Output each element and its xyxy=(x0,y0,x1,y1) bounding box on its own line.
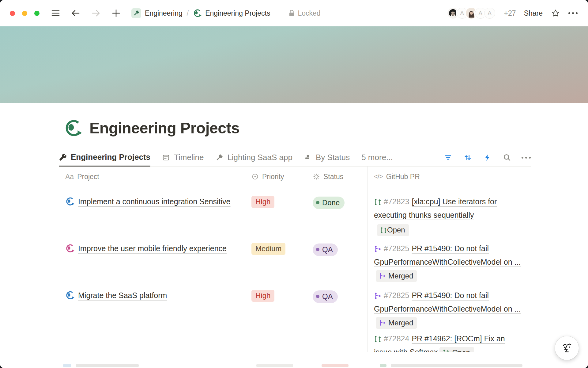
share-button[interactable]: Share xyxy=(524,9,543,17)
toolbar: Engineering / Engineering Projects Locke… xyxy=(0,0,588,26)
table-header-row: Aa Project Priority Status </> GitHub PR xyxy=(59,167,531,187)
column-header-status[interactable]: Status xyxy=(306,167,368,187)
automation-bolt-icon[interactable] xyxy=(482,153,492,163)
column-header-priority[interactable]: Priority xyxy=(245,167,306,187)
sort-icon[interactable] xyxy=(463,153,473,163)
locked-indicator[interactable]: Locked xyxy=(288,9,320,17)
project-cell[interactable]: Migrate the SaaS platform xyxy=(59,281,245,362)
breadcrumb: Engineering / Engineering Projects xyxy=(131,8,270,18)
text-type-icon: Aa xyxy=(65,173,74,181)
status-cell[interactable]: QA xyxy=(306,281,368,362)
more-options-icon[interactable] xyxy=(568,12,578,14)
page-sync-icon[interactable] xyxy=(64,119,82,137)
column-header-project[interactable]: Aa Project xyxy=(59,167,245,187)
sync-icon xyxy=(65,197,74,206)
pr-number: #72823 xyxy=(384,197,409,206)
filter-icon[interactable] xyxy=(443,153,453,163)
zoom-window-button[interactable] xyxy=(34,11,40,16)
project-cell[interactable]: Implement a continuous integration Sensi… xyxy=(59,187,245,239)
breadcrumb-current[interactable]: Engineering Projects xyxy=(205,9,270,17)
database-table: Aa Project Priority Status </> GitHub PR xyxy=(59,167,531,348)
notion-window: Engineering / Engineering Projects Locke… xyxy=(0,0,588,368)
pr-number: #72825 xyxy=(384,244,409,253)
column-header-github-pr[interactable]: </> GitHub PR xyxy=(368,167,531,187)
pr-merged-icon xyxy=(379,319,386,326)
wrench-icon xyxy=(59,153,67,161)
close-window-button[interactable] xyxy=(10,11,15,16)
priority-tag[interactable]: High xyxy=(251,196,274,208)
select-icon xyxy=(251,173,259,180)
status-cell[interactable]: Done xyxy=(306,187,368,239)
pr-open-icon xyxy=(374,198,382,206)
pr-merged-icon xyxy=(379,272,386,279)
pr-mention: #72825PR #15490: Do not fail GpuPerforma… xyxy=(374,242,525,282)
pr-mention: #72823[xla:cpu] Use iterators for execut… xyxy=(374,195,525,236)
bottom-fade-overlay xyxy=(0,352,588,368)
priority-cell[interactable]: Medium xyxy=(245,234,306,285)
status-tag[interactable]: QA xyxy=(313,243,338,256)
github-pr-cell[interactable]: #72825PR #15490: Do not fail GpuPerforma… xyxy=(368,281,531,362)
pr-merged-icon xyxy=(374,292,382,300)
pr-state-badge: Merged xyxy=(376,317,417,329)
tab-lighting-saas-app[interactable]: Lighting SaaS app xyxy=(215,149,292,166)
more-views-link[interactable]: 5 more... xyxy=(361,153,393,162)
pr-mention: #72825PR #15490: Do not fail GpuPerforma… xyxy=(374,289,525,329)
status-cell[interactable]: QA xyxy=(306,234,368,285)
code-icon: </> xyxy=(374,173,383,181)
avatar: A xyxy=(483,7,496,20)
priority-tag[interactable]: Medium xyxy=(251,243,285,255)
breadcrumb-separator: / xyxy=(187,9,189,17)
status-dot-icon xyxy=(316,248,319,251)
page-title[interactable]: Engineering Projects xyxy=(89,119,239,137)
pr-number: #72824 xyxy=(384,334,409,343)
bars-icon xyxy=(304,154,312,161)
project-link[interactable]: Improve the user mobile friendly experie… xyxy=(78,244,227,253)
ai-face-icon xyxy=(560,342,573,355)
view-tabs-bar: Engineering Projects Timeline Lighting S… xyxy=(59,149,531,167)
sync-icon xyxy=(193,9,202,17)
notion-ai-button[interactable] xyxy=(555,336,579,360)
partially-visible-next-row xyxy=(59,364,531,367)
breadcrumb-parent[interactable]: Engineering xyxy=(145,9,183,17)
pr-number: #72825 xyxy=(384,291,409,300)
tab-by-status[interactable]: By Status xyxy=(304,149,350,166)
forward-icon[interactable] xyxy=(91,8,101,18)
sidebar-menu-icon[interactable] xyxy=(51,8,60,18)
status-dot-icon xyxy=(316,201,319,204)
page-cover-image[interactable] xyxy=(0,26,588,103)
table-row: Migrate the SaaS platform High QA #72825… xyxy=(59,281,531,348)
table-row: Improve the user mobile friendly experie… xyxy=(59,234,531,281)
view-options-icon[interactable] xyxy=(522,157,531,159)
project-cell[interactable]: Improve the user mobile friendly experie… xyxy=(59,234,245,285)
pr-open-icon xyxy=(374,335,382,343)
traffic-lights xyxy=(10,11,40,16)
sync-icon xyxy=(65,244,74,253)
priority-cell[interactable]: High xyxy=(245,187,306,239)
pr-merged-icon xyxy=(374,245,382,253)
collaborator-avatars[interactable]: A A A xyxy=(447,7,496,20)
favorite-star-icon[interactable] xyxy=(551,8,560,18)
pr-open-icon xyxy=(380,227,387,234)
sync-icon xyxy=(65,291,74,300)
avatar-overflow-count[interactable]: +27 xyxy=(504,9,516,17)
status-tag[interactable]: QA xyxy=(313,290,338,303)
status-dot-icon xyxy=(316,295,319,298)
new-page-icon[interactable] xyxy=(111,8,121,18)
hammer-icon xyxy=(215,154,223,162)
minimize-window-button[interactable] xyxy=(22,11,27,16)
board-icon xyxy=(162,154,170,162)
tab-engineering-projects[interactable]: Engineering Projects xyxy=(59,149,150,167)
tab-timeline[interactable]: Timeline xyxy=(162,149,204,166)
hammer-icon[interactable] xyxy=(131,8,141,18)
status-spinner-icon xyxy=(313,173,320,180)
github-pr-cell[interactable]: #72825PR #15490: Do not fail GpuPerforma… xyxy=(368,234,531,285)
project-link[interactable]: Migrate the SaaS platform xyxy=(78,291,167,300)
priority-tag[interactable]: High xyxy=(251,290,274,302)
back-icon[interactable] xyxy=(71,8,81,18)
status-tag[interactable]: Done xyxy=(313,197,345,209)
table-row: Implement a continuous integration Sensi… xyxy=(59,187,531,234)
priority-cell[interactable]: High xyxy=(245,281,306,362)
github-pr-cell[interactable]: #72823[xla:cpu] Use iterators for execut… xyxy=(368,187,531,239)
project-link[interactable]: Implement a continuous integration Sensi… xyxy=(78,197,231,206)
search-icon[interactable] xyxy=(502,153,512,163)
